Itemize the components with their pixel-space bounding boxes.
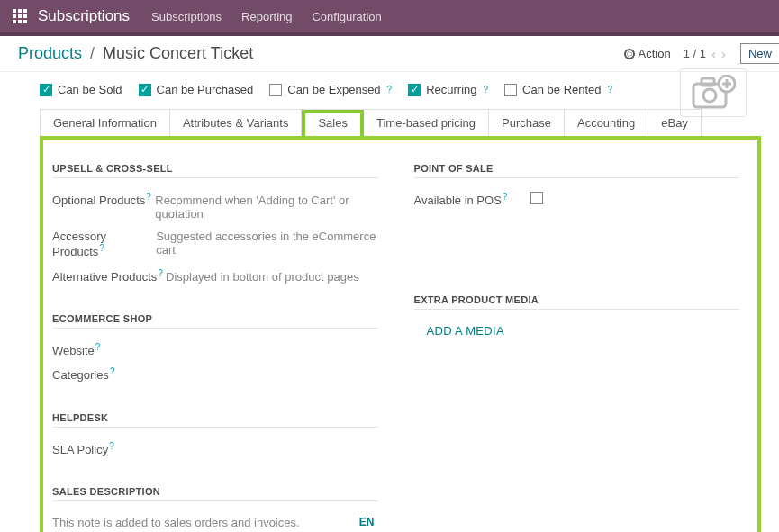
breadcrumb-current: Music Concert Ticket — [103, 44, 253, 62]
field-optional-products[interactable]: Optional Products? Recommend when 'Addin… — [52, 187, 378, 225]
help-icon[interactable]: ? — [110, 366, 115, 376]
topbar: Subscriptions Subscriptions Reporting Co… — [0, 0, 779, 36]
breadcrumb-sep: / — [90, 44, 95, 62]
help-icon[interactable]: ? — [158, 268, 163, 278]
help-icon[interactable]: ? — [99, 243, 104, 253]
section-upsell-title: UPSELL & CROSS-SELL — [52, 163, 378, 178]
field-available-in-pos[interactable]: Available in POS? — [414, 187, 740, 212]
sales-left-column: UPSELL & CROSS-SELL Optional Products? R… — [52, 159, 378, 529]
field-sla-policy[interactable]: SLA Policy? — [52, 437, 378, 461]
field-sales-description[interactable]: This note is added to sales orders and i… — [52, 510, 378, 529]
field-label: Alternative Products — [52, 270, 157, 284]
section-extra-media-title: EXTRA PRODUCT MEDIA — [414, 294, 740, 310]
tab-row: General Information Attributes & Variant… — [40, 109, 702, 137]
section-ecommerce-title: ECOMMERCE SHOP — [52, 313, 378, 329]
form-content: ✓Can be Sold ✓Can be Purchased Can be Ex… — [0, 72, 779, 532]
field-accessory-products[interactable]: Accessory Products? Suggested accessorie… — [52, 225, 378, 263]
breadcrumb-root[interactable]: Products — [18, 44, 82, 62]
field-label: SLA Policy — [52, 443, 108, 456]
help-icon[interactable]: ? — [503, 192, 508, 202]
checkbox-icon — [269, 84, 282, 96]
tab-purchase[interactable]: Purchase — [489, 110, 565, 136]
check-can-be-sold[interactable]: ✓Can be Sold — [40, 83, 122, 96]
section-helpdesk-title: HELPDESK — [52, 412, 378, 428]
product-options-row: ✓Can be Sold ✓Can be Purchased Can be Ex… — [40, 79, 761, 109]
checkbox-checked-icon: ✓ — [40, 84, 52, 96]
pager-prev-icon[interactable]: ‹ — [711, 46, 716, 61]
control-bar: Products / Music Concert Ticket Action 1… — [0, 36, 779, 72]
tab-accounting[interactable]: Accounting — [565, 110, 648, 136]
checkbox-checked-icon: ✓ — [408, 84, 421, 96]
help-icon[interactable]: ? — [608, 85, 613, 95]
field-placeholder: Recommend when 'Adding to Cart' or quota… — [155, 194, 377, 221]
tab-general-information[interactable]: General Information — [41, 110, 170, 136]
pager-count: 1 / 1 — [684, 47, 706, 60]
help-icon[interactable]: ? — [146, 192, 151, 202]
gear-icon — [624, 49, 635, 59]
field-placeholder: Displayed in bottom of product pages — [166, 270, 359, 284]
check-label: Can be Rented — [522, 83, 601, 96]
checkbox-icon — [504, 84, 517, 96]
add-media-button[interactable]: ADD A MEDIA — [414, 319, 740, 338]
app-brand[interactable]: Subscriptions — [38, 7, 130, 25]
field-placeholder: Suggested accessories in the eCommerce c… — [156, 230, 377, 257]
sales-panel: UPSELL & CROSS-SELL Optional Products? R… — [40, 136, 761, 532]
breadcrumb: Products / Music Concert Ticket — [18, 44, 253, 63]
check-label: Can be Sold — [58, 83, 122, 96]
checkbox-icon[interactable] — [530, 192, 543, 204]
check-label: Recurring — [426, 83, 476, 96]
check-can-be-purchased[interactable]: ✓Can be Purchased — [139, 83, 254, 96]
pager-next-icon[interactable]: › — [721, 46, 726, 61]
apps-icon[interactable] — [13, 9, 27, 23]
field-label: Optional Products — [52, 194, 145, 207]
field-label: Available in POS — [414, 194, 502, 207]
field-website[interactable]: Website? — [52, 338, 378, 362]
field-label: Categories — [52, 369, 109, 383]
language-toggle[interactable]: EN — [359, 516, 375, 528]
help-icon[interactable]: ? — [387, 85, 393, 95]
section-pos-title: POINT OF SALE — [414, 163, 740, 178]
top-nav: Subscriptions Reporting Configuration — [151, 10, 382, 23]
nav-reporting[interactable]: Reporting — [241, 10, 292, 23]
help-icon[interactable]: ? — [484, 85, 489, 95]
nav-subscriptions[interactable]: Subscriptions — [151, 10, 222, 23]
pager: 1 / 1 ‹ › — [684, 46, 726, 61]
action-menu[interactable]: Action — [624, 47, 671, 60]
tab-sales[interactable]: Sales — [302, 110, 364, 136]
product-image-placeholder[interactable] — [680, 68, 747, 117]
field-placeholder: This note is added to sales orders and i… — [52, 516, 300, 529]
checkbox-checked-icon: ✓ — [139, 84, 151, 96]
tab-attributes-variants[interactable]: Attributes & Variants — [170, 110, 303, 136]
action-label: Action — [639, 47, 671, 60]
help-icon[interactable]: ? — [95, 342, 101, 352]
section-sales-description-title: SALES DESCRIPTION — [52, 486, 378, 501]
check-can-be-expensed[interactable]: Can be Expensed? — [269, 83, 392, 96]
sales-right-column: POINT OF SALE Available in POS? EXTRA PR… — [414, 159, 740, 529]
field-label: Website — [52, 344, 95, 357]
field-label: Accessory Products — [52, 230, 106, 258]
svg-point-1 — [703, 89, 716, 102]
help-icon[interactable]: ? — [109, 441, 114, 451]
check-label: Can be Expensed — [287, 83, 380, 96]
tab-time-based-pricing[interactable]: Time-based pricing — [364, 110, 489, 136]
new-button[interactable]: New — [740, 43, 779, 64]
field-alternative-products[interactable]: Alternative Products? Displayed in botto… — [52, 264, 378, 288]
control-bar-right: Action 1 / 1 ‹ › New — [624, 43, 765, 64]
check-recurring[interactable]: ✓Recurring? — [408, 83, 488, 96]
check-can-be-rented[interactable]: Can be Rented? — [504, 83, 612, 96]
camera-plus-icon — [691, 75, 736, 111]
svg-rect-2 — [702, 78, 714, 86]
nav-configuration[interactable]: Configuration — [312, 10, 381, 23]
check-label: Can be Purchased — [157, 83, 254, 96]
field-categories[interactable]: Categories? — [52, 362, 378, 386]
